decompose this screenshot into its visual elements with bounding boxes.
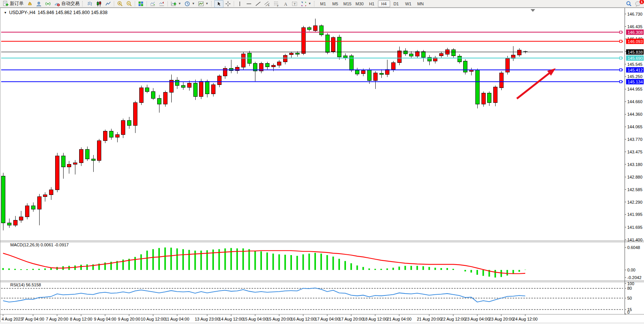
crosshair-icon	[225, 1, 231, 7]
periods-icon	[184, 1, 190, 7]
chart-title: ▼ USDJPY-,H4 145.846 145.862 145.800 145…	[4, 10, 107, 15]
horizontal-line-button[interactable]	[244, 0, 253, 8]
line-chart-icon	[105, 1, 111, 7]
tile-windows-button[interactable]	[136, 0, 145, 8]
toolbar-grip	[211, 1, 213, 6]
zoom-out-button[interactable]	[124, 0, 134, 8]
timeframe-w1-button[interactable]: W1	[402, 0, 414, 7]
signals-icon	[45, 1, 51, 7]
cursor-icon	[216, 1, 222, 7]
fibonacci-button[interactable]: F	[272, 0, 281, 8]
arrows-icon	[301, 1, 307, 7]
candlestick-button[interactable]	[94, 0, 104, 8]
new-order-icon	[3, 1, 9, 7]
channel-button[interactable]: E	[263, 0, 272, 8]
text-label-icon: T	[292, 1, 298, 7]
svg-text:T: T	[293, 2, 296, 6]
gold-button[interactable]	[25, 0, 34, 8]
bar-chart-icon	[87, 1, 93, 7]
chart-shift-marker	[531, 9, 535, 12]
svg-text:E: E	[268, 4, 269, 6]
template-icon	[198, 1, 204, 7]
fibonacci-icon: F	[273, 1, 279, 7]
vertical-line-button[interactable]	[235, 0, 244, 8]
toolbar-separator	[234, 1, 234, 6]
crosshair-button[interactable]	[223, 0, 233, 8]
timeframe-m5-button[interactable]: M5	[329, 0, 341, 7]
chart-shift-button[interactable]	[157, 0, 166, 8]
search-button[interactable]	[624, 0, 633, 8]
svg-text:F: F	[277, 4, 279, 7]
toolbar-grip	[314, 1, 316, 6]
macd-indicator-label: MACD(12,26,9) 0.0061 -0.0917	[10, 243, 69, 247]
chart-canvas[interactable]: 146.730146.435146.140145.845145.545145.2…	[0, 0, 644, 324]
arrows-button[interactable]: ▼	[299, 0, 313, 8]
market-depth-button[interactable]	[34, 0, 43, 8]
text-icon: A	[282, 1, 289, 7]
line-chart-button[interactable]	[104, 0, 113, 8]
zoom-in-button[interactable]	[115, 0, 124, 8]
price-axis[interactable]	[625, 8, 644, 314]
timeframe-h1-button[interactable]: H1	[366, 0, 378, 7]
signals-button[interactable]	[43, 0, 53, 8]
chart-ohlc-values: 145.846 145.862 145.800 145.838	[38, 10, 108, 15]
new-order-button[interactable]: 新订单	[1, 0, 25, 8]
bar-chart-button[interactable]	[85, 0, 94, 8]
timeframe-mn-button[interactable]: MN	[414, 0, 427, 7]
toolbar-grip	[82, 1, 84, 6]
dropdown-caret-icon: ▼	[308, 2, 311, 5]
svg-text:A: A	[284, 1, 287, 6]
timeframe-m1-button[interactable]: M1	[317, 0, 329, 7]
dropdown-caret-icon: ▼	[178, 2, 181, 5]
market-depth-icon	[36, 1, 42, 7]
timeframe-d1-button[interactable]: D1	[390, 0, 402, 7]
auto-trading-label: 自动交易	[61, 0, 80, 7]
notification-badge: 1	[639, 0, 644, 5]
timeframe-group: M1M5M15M30H1H4D1W1MN	[317, 0, 427, 7]
trendline-icon	[255, 1, 261, 7]
candlestick-icon	[96, 1, 102, 7]
auto-trading-icon	[54, 1, 60, 7]
channel-icon: E	[264, 1, 270, 7]
vertical-line-icon	[237, 1, 243, 7]
timeframe-m15-button[interactable]: M15	[341, 0, 354, 7]
auto-trading-button[interactable]: 自动交易	[53, 0, 81, 8]
indicators-button[interactable]: ▼	[169, 0, 183, 8]
gold-icon	[27, 1, 33, 7]
toolbar-separator	[167, 1, 168, 6]
timeframe-h4-button[interactable]: H4	[378, 0, 390, 7]
mt4-window: { "toolbar": { "new_order_label": "新订单",…	[0, 0, 644, 324]
rsi-indicator-label: RSI(14) 56.5158	[10, 283, 41, 287]
text-label-button[interactable]: T	[290, 0, 299, 8]
template-button[interactable]: ▼	[196, 0, 210, 8]
toolbar-separator	[114, 1, 114, 6]
cursor-button[interactable]	[214, 0, 223, 8]
auto-scroll-button[interactable]	[148, 0, 157, 8]
time-axis[interactable]	[0, 314, 625, 322]
text-button[interactable]: A	[281, 0, 290, 8]
chat-button[interactable]: 1	[633, 0, 643, 8]
dropdown-caret-icon: ▼	[206, 2, 209, 5]
dropdown-caret-icon: ▼	[192, 2, 195, 5]
trendline-button[interactable]	[253, 0, 263, 8]
auto-scroll-icon	[150, 1, 156, 7]
main-toolbar: 新订单 自动交易 ▼ ▼ ▼ E F A T ▼ M1M5M15M30H1H4D…	[0, 0, 644, 8]
toolbar-separator	[147, 1, 147, 6]
collapse-icon[interactable]: ▼	[4, 11, 7, 14]
timeframe-m30-button[interactable]: M30	[354, 0, 366, 7]
zoom-out-icon	[126, 1, 132, 7]
search-icon	[626, 1, 632, 7]
indicators-icon	[171, 1, 177, 7]
periods-button[interactable]: ▼	[183, 0, 196, 8]
chart-symbol-period: USDJPY-,H4	[9, 10, 35, 15]
horizontal-line-icon	[246, 1, 252, 7]
new-order-label: 新订单	[10, 0, 24, 7]
toolbar-separator	[135, 1, 135, 6]
tile-windows-icon	[138, 1, 144, 7]
chart-shift-icon	[159, 1, 165, 7]
zoom-in-icon	[117, 1, 123, 7]
